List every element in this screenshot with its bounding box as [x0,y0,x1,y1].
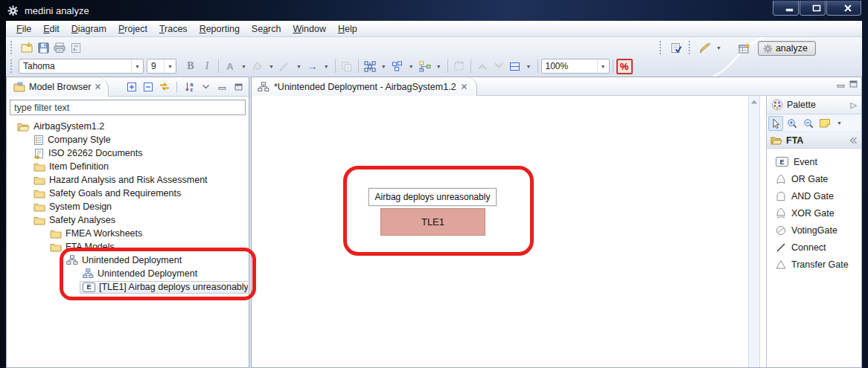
font-color-caret[interactable]: ▼ [238,64,249,69]
drawer-pin-icon[interactable] [849,137,858,144]
menu-reporting[interactable]: Reporting [194,22,246,36]
maximize-button[interactable] [800,1,826,16]
toolbar-drag-handle[interactable] [10,41,16,54]
model-browser-title: Model Browser [29,82,91,92]
tab-close-icon[interactable] [95,83,101,90]
palette-item-xor-gate[interactable]: XOR Gate [767,204,861,222]
transfer-gate-icon [776,259,786,269]
zoom-combo[interactable]: 100% ▼ [541,59,610,74]
palette-item-event[interactable]: EEvent [767,153,861,170]
angle-up-button[interactable] [474,58,491,74]
toolbar-drag-handle[interactable] [10,59,16,73]
menu-help[interactable]: Help [332,22,363,36]
line-color-caret[interactable]: ▼ [293,64,304,69]
layout-all-button[interactable] [362,58,378,74]
tree-item[interactable]: Hazard Analysis and Risk Assessment [7,173,248,187]
menu-search[interactable]: Search [246,22,287,36]
tree-item[interactable]: Item Definition [7,160,248,173]
italic-button[interactable]: I [199,58,215,74]
tree-item[interactable]: System Design [7,200,248,213]
tree-item[interactable]: E[TLE1] Airbag deploys unreasonably [1 [7,280,248,294]
palette-item-transfer-gate[interactable]: Transfer Gate [767,256,861,273]
toolbar-drag-handle[interactable] [660,41,665,54]
tree-item[interactable]: Safety Analyses [7,213,248,227]
menu-traces[interactable]: Traces [153,22,194,36]
model-browser-tab[interactable]: Model Browser [7,77,109,97]
palette-item-and-gate[interactable]: AND Gate [767,187,861,204]
font-color-button[interactable]: A [222,58,238,74]
save-button[interactable] [35,39,51,56]
palette-item-votinggate[interactable]: VotingGate [767,222,861,239]
minimize-button[interactable] [773,1,799,16]
print-button[interactable] [51,39,68,56]
fill-color-button[interactable] [249,58,266,74]
marker-dropdown-caret[interactable]: ▼ [713,45,724,51]
palette-item-connect[interactable]: Connect [767,239,861,256]
align-button[interactable] [389,58,406,74]
palette-item-or-gate[interactable]: OR Gate [767,170,861,187]
font-size-combo[interactable]: 9 ▼ [147,59,176,74]
tree-item[interactable]: Unintended Deployment [7,254,248,267]
percent-button[interactable]: % [616,59,633,74]
view-minimize-button[interactable] [215,80,229,94]
new-diagram-button[interactable] [19,39,35,56]
select-rect-button[interactable] [451,58,467,74]
palette-header[interactable]: Palette ▷ [767,96,861,114]
tree-item[interactable]: FTA Models [7,240,248,254]
link-editor-button[interactable] [157,80,171,94]
layout-tree-caret[interactable]: ▼ [433,64,444,69]
editor-minimize-icon[interactable] [837,80,845,88]
editor-maximize-icon[interactable] [849,80,858,88]
arrow-style-button[interactable]: → [304,58,321,74]
note-tool-caret[interactable]: ▼ [834,120,845,126]
layout-tree-button[interactable] [417,58,433,74]
palette-drawer-fta[interactable]: FTA [767,132,861,149]
menu-file[interactable]: File [10,22,37,36]
zoom-in-button[interactable] [785,116,800,131]
bold-button[interactable]: B [182,58,199,74]
checklist-button[interactable] [668,39,684,56]
align-caret[interactable]: ▼ [406,64,417,69]
canvas-vertical-scrollbar[interactable] [748,96,760,367]
note-tool-button[interactable] [817,116,832,131]
arrow-style-caret[interactable]: ▼ [321,64,332,69]
scroll-up-button[interactable] [749,96,759,108]
toolbar-drag-handle[interactable] [689,41,694,54]
tree-item[interactable]: Unintended Deployment [7,267,248,280]
view-menu-button[interactable] [199,80,213,94]
tree-item[interactable]: Company Style [7,133,248,146]
analyze-perspective-button[interactable]: analyze [758,41,816,56]
expand-all-button[interactable] [124,80,138,94]
fill-color-caret[interactable]: ▼ [266,64,277,69]
layout-all-caret[interactable]: ▼ [378,64,389,69]
menu-project[interactable]: Project [112,22,153,36]
tree-item[interactable]: Safety Goals and Requirements [7,187,248,200]
copy-appearance-button[interactable] [339,58,355,74]
event-node-tle1[interactable]: TLE1 [380,208,485,236]
editor-tab-close-icon[interactable] [461,83,467,90]
event-label-box[interactable]: Airbag deploys unreasonably [368,188,497,206]
menu-window[interactable]: Window [287,22,331,36]
sort-button[interactable]: az [182,80,197,94]
font-family-combo[interactable]: Tahoma ▼ [19,59,144,74]
editor-tab[interactable]: *Unintended Deployment - AirbagSystem1.2 [252,77,477,96]
marker-button[interactable] [697,39,713,56]
palette-flyout-icon[interactable]: ▷ [851,100,857,110]
angle-down-button[interactable] [491,58,507,74]
line-color-button[interactable] [277,58,293,74]
tree-item[interactable]: ISO 26262 Documents [7,146,248,160]
menu-edit[interactable]: Edit [37,22,66,36]
tree-filter-input[interactable] [10,100,246,115]
report-button[interactable] [68,39,84,56]
open-perspective-button[interactable] [736,40,753,57]
close-button[interactable] [826,1,861,16]
menu-diagram[interactable]: Diagram [66,22,112,36]
view-maximize-button[interactable] [232,80,246,94]
collapse-all-button[interactable] [141,80,155,94]
tree-item[interactable]: AirbagSystem1.2 [7,120,248,133]
box-style-button[interactable] [507,58,523,74]
select-tool-button[interactable] [768,116,783,131]
tree-item[interactable]: FMEA Worksheets [7,227,248,240]
box-style-caret[interactable]: ▼ [523,64,534,69]
zoom-out-button[interactable] [801,116,816,131]
